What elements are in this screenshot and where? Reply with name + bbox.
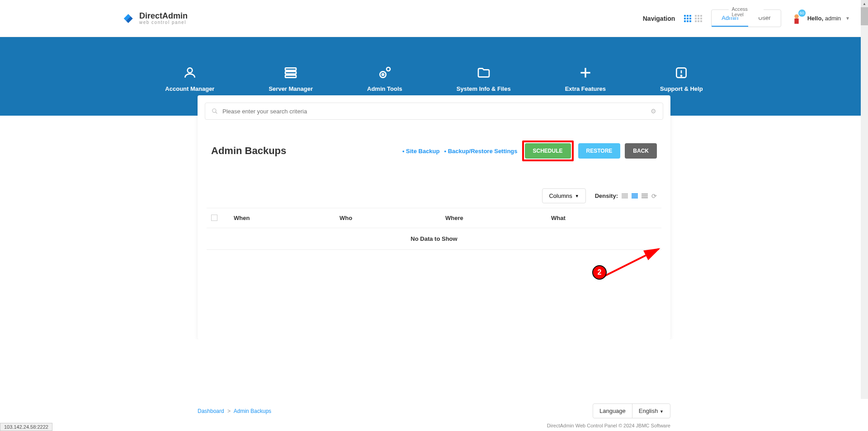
nav-system-info[interactable]: System Info & Files xyxy=(457,66,511,92)
col-who[interactable]: Who xyxy=(340,215,445,221)
svg-point-2 xyxy=(188,68,193,73)
nav-account-manager[interactable]: Account Manager xyxy=(165,66,214,92)
svg-point-13 xyxy=(681,75,682,76)
schedule-button[interactable]: SCHEDULE xyxy=(525,143,571,159)
svg-point-0 xyxy=(794,14,798,18)
svg-line-15 xyxy=(216,112,217,114)
annotation-highlight: SCHEDULE xyxy=(522,141,574,161)
svg-line-16 xyxy=(604,249,659,276)
refresh-icon[interactable]: ⟳ xyxy=(651,192,657,200)
backup-restore-settings-link[interactable]: • Backup/Restore Settings xyxy=(444,148,517,155)
svg-point-7 xyxy=(382,74,384,75)
svg-point-8 xyxy=(387,67,390,71)
density-compact-icon[interactable] xyxy=(622,193,628,198)
grid-view-icon[interactable] xyxy=(684,15,691,22)
restore-button[interactable]: RESTORE xyxy=(578,143,621,159)
content: ⚙ Admin Backups • Site Backup • Backup/R… xyxy=(198,95,670,339)
select-all-checkbox[interactable] xyxy=(211,215,217,221)
density-wide-icon[interactable] xyxy=(642,193,648,198)
density-label: Density: xyxy=(595,192,618,199)
topbar: DirectAdmin web control panel Navigation… xyxy=(0,0,868,37)
user-icon xyxy=(183,66,197,80)
chevron-down-icon: ▼ xyxy=(575,194,579,198)
svg-point-6 xyxy=(380,71,386,77)
user-menu[interactable]: 60 Hello, admin ▼ xyxy=(790,12,850,25)
search-settings-icon[interactable]: ⚙ xyxy=(651,108,656,115)
nav-extra-features[interactable]: Extra Features xyxy=(565,66,606,92)
nav-server-manager[interactable]: Server Manager xyxy=(269,66,313,92)
scroll-thumb[interactable] xyxy=(861,7,868,25)
navigation-label: Navigation xyxy=(643,15,675,22)
col-when[interactable]: When xyxy=(234,215,340,221)
col-what[interactable]: What xyxy=(551,215,657,221)
logo-icon xyxy=(122,12,136,25)
folder-icon xyxy=(476,66,491,80)
svg-rect-3 xyxy=(285,68,296,70)
search-box[interactable]: ⚙ xyxy=(205,103,663,120)
annotation-arrow xyxy=(591,244,672,285)
notification-badge: 60 xyxy=(798,9,806,17)
svg-rect-5 xyxy=(285,75,296,77)
logo-sub: web control panel xyxy=(139,20,188,25)
columns-button[interactable]: Columns ▼ xyxy=(542,188,585,203)
logo[interactable]: DirectAdmin web control panel xyxy=(122,12,188,25)
site-backup-link[interactable]: • Site Backup xyxy=(402,148,440,155)
svg-rect-1 xyxy=(794,19,798,24)
hello-text: Hello, admin xyxy=(807,15,841,22)
backup-table: When Who Where What No Data to Show xyxy=(207,208,661,250)
logo-name: DirectAdmin xyxy=(139,12,188,20)
no-data-message: No Data to Show xyxy=(207,228,661,250)
density-normal-icon[interactable] xyxy=(632,193,638,198)
server-icon xyxy=(283,66,298,80)
svg-rect-4 xyxy=(285,71,296,74)
scrollbar[interactable]: ▲ ▼ xyxy=(861,0,868,339)
plus-icon xyxy=(578,66,593,80)
access-level-toggle: Access Level Admin User xyxy=(711,9,781,27)
avatar: 60 xyxy=(790,12,803,25)
back-button[interactable]: BACK xyxy=(625,143,657,159)
nav-support-help[interactable]: Support & Help xyxy=(660,66,703,92)
svg-point-14 xyxy=(212,109,216,112)
search-icon xyxy=(212,108,218,114)
col-where[interactable]: Where xyxy=(445,215,551,221)
gears-icon xyxy=(377,66,392,80)
alert-icon xyxy=(674,66,689,80)
nav-admin-tools[interactable]: Admin Tools xyxy=(367,66,402,92)
search-input[interactable] xyxy=(222,108,646,115)
list-view-icon[interactable] xyxy=(695,15,702,22)
access-level-label: Access Level xyxy=(729,6,763,17)
annotation-number: 2 xyxy=(592,265,607,280)
chevron-down-icon: ▼ xyxy=(845,16,850,21)
page-title: Admin Backups xyxy=(211,145,286,157)
scroll-up[interactable]: ▲ xyxy=(861,0,868,7)
